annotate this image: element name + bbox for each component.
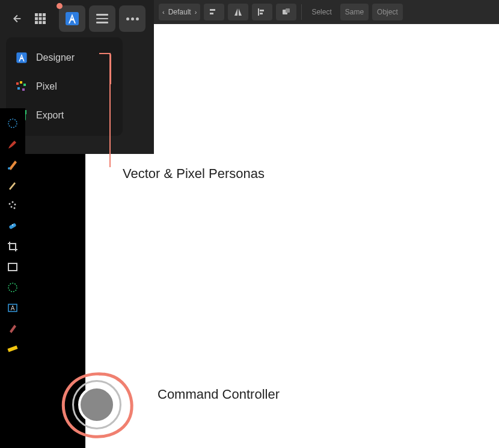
color-picker-tool[interactable] [3, 319, 22, 338]
persona-label: Export [36, 110, 64, 121]
svg-rect-22 [17, 87, 20, 90]
svg-rect-15 [39, 21, 42, 24]
brush-tool[interactable] [3, 135, 22, 154]
controller-knob-icon [78, 386, 115, 423]
eyedropper-tool[interactable] [3, 176, 22, 195]
documents-grid-button[interactable] [30, 8, 51, 29]
ellipsis-icon [126, 17, 139, 20]
same-button-label: Same [345, 8, 364, 16]
more-options-button[interactable] [119, 5, 145, 32]
svg-point-29 [14, 204, 16, 206]
svg-rect-11 [35, 17, 38, 20]
svg-rect-21 [23, 84, 26, 86]
spray-tool[interactable] [3, 196, 22, 215]
svg-rect-4 [260, 13, 263, 14]
persona-switcher-button[interactable] [59, 5, 85, 32]
rect-tool[interactable] [3, 257, 22, 277]
align-bars-button[interactable] [252, 4, 272, 20]
preset-selector[interactable]: ‹ Default › [159, 4, 200, 20]
top-nav [0, 0, 154, 37]
annotation-leader [109, 53, 111, 167]
context-toolbar: ‹ Default › Select Same Object [154, 0, 499, 24]
persona-label: Pixel [36, 81, 57, 92]
svg-rect-0 [210, 9, 215, 11]
svg-point-25 [8, 119, 17, 127]
svg-rect-20 [20, 81, 22, 84]
preset-label: Default [168, 8, 191, 16]
svg-rect-9 [39, 13, 42, 16]
select-label: Select [307, 4, 336, 20]
same-button[interactable]: Same [340, 4, 369, 20]
svg-rect-37 [7, 345, 17, 352]
object-button-label: Object [377, 8, 398, 16]
svg-rect-8 [35, 13, 38, 16]
svg-point-28 [12, 201, 14, 203]
pen-tool[interactable] [3, 155, 22, 174]
svg-point-34 [8, 283, 17, 292]
svg-rect-19 [16, 82, 19, 85]
svg-point-26 [8, 167, 10, 170]
svg-text:A: A [11, 305, 15, 311]
chevron-right-icon: › [195, 8, 197, 16]
annotation-personas-label: Vector & Pixel Personas [123, 166, 265, 182]
pixel-icon [14, 79, 29, 94]
designer-icon [64, 10, 81, 27]
svg-rect-12 [39, 17, 42, 20]
svg-point-27 [9, 203, 11, 205]
crop-tool[interactable] [3, 237, 22, 256]
svg-rect-14 [35, 21, 38, 24]
svg-rect-1 [210, 13, 213, 14]
command-controller[interactable] [60, 368, 132, 440]
svg-rect-2 [258, 8, 259, 16]
mesh-tool[interactable] [3, 278, 22, 297]
boolean-ops-button[interactable] [276, 4, 296, 20]
annotation-controller-label: Command Controller [158, 387, 280, 402]
svg-rect-33 [8, 263, 17, 271]
flip-horizontal-button[interactable] [228, 4, 248, 20]
svg-rect-23 [22, 88, 25, 91]
svg-rect-32 [8, 222, 16, 229]
text-frame-tool[interactable]: A [3, 298, 22, 318]
tool-rail: A [0, 108, 25, 448]
healing-tool[interactable] [3, 216, 22, 236]
annotation-dot-icon [57, 3, 63, 9]
svg-point-31 [14, 207, 16, 209]
hamburger-icon [96, 14, 108, 23]
align-left-button[interactable] [204, 4, 224, 20]
chevron-left-icon: ‹ [162, 8, 165, 16]
back-button[interactable] [6, 8, 26, 29]
object-button[interactable]: Object [372, 4, 403, 20]
svg-rect-16 [43, 21, 46, 24]
svg-rect-13 [43, 17, 46, 20]
svg-rect-10 [43, 13, 46, 16]
main-menu-button[interactable] [89, 5, 115, 32]
designer-icon [14, 51, 29, 65]
svg-rect-6 [286, 8, 290, 13]
svg-rect-3 [260, 10, 264, 11]
separator [301, 4, 302, 20]
lasso-tool[interactable] [3, 114, 22, 133]
persona-label: Designer [36, 52, 75, 63]
ruler-tool[interactable] [3, 339, 22, 358]
svg-point-30 [11, 206, 13, 208]
